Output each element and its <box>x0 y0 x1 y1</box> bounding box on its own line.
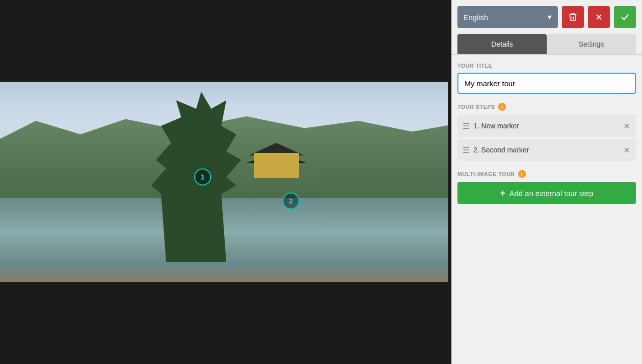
tabs-bar: Details Settings <box>451 34 642 55</box>
chevron-down-icon: ▾ <box>548 13 552 22</box>
step-close-2[interactable]: ✕ <box>622 144 631 156</box>
step-label-2: 2. Second marker <box>473 146 618 154</box>
marker-1[interactable]: 1 <box>194 168 211 186</box>
step-item-2: ☰ 2. Second marker ✕ <box>457 139 636 161</box>
step-label-1: 1. New marker <box>473 122 618 130</box>
panorama-area[interactable]: 1 2 <box>0 82 448 282</box>
plus-icon: + <box>500 188 506 199</box>
add-external-button[interactable]: + Add an external tour step <box>457 182 636 204</box>
tour-steps-info-icon[interactable]: i <box>498 103 506 111</box>
tab-details[interactable]: Details <box>457 34 547 54</box>
confirm-button[interactable] <box>614 6 636 28</box>
cancel-button[interactable] <box>588 6 610 28</box>
tour-title-label: TOUR TITLE <box>457 63 636 69</box>
multi-image-info-icon[interactable]: i <box>518 170 526 178</box>
tour-steps-section: TOUR STEPS i ☰ 1. New marker ✕ ☰ 2. Seco… <box>457 103 636 161</box>
temple <box>246 138 306 178</box>
close-icon <box>594 13 603 22</box>
multi-image-section: MULTI-IMAGE TOUR i + Add an external tou… <box>457 170 636 204</box>
checkmark-icon <box>620 12 630 22</box>
trash-icon <box>568 12 578 22</box>
bottom-black-bar <box>0 282 448 364</box>
step-close-1[interactable]: ✕ <box>622 120 631 132</box>
multi-image-label: MULTI-IMAGE TOUR i <box>457 170 636 178</box>
tour-title-input[interactable] <box>457 73 636 94</box>
right-panel: English ▾ Details Settings <box>451 0 642 364</box>
step-item-1: ☰ 1. New marker ✕ <box>457 115 636 137</box>
image-viewer: 1 2 <box>0 0 451 364</box>
drag-handle-1[interactable]: ☰ <box>462 121 469 131</box>
tour-steps-label: TOUR STEPS i <box>457 103 636 111</box>
language-label: English <box>463 13 488 22</box>
drag-handle-2[interactable]: ☰ <box>462 145 469 155</box>
top-black-bar <box>0 0 451 82</box>
tab-settings[interactable]: Settings <box>547 34 636 54</box>
marker-2[interactable]: 2 <box>282 193 299 210</box>
toolbar: English ▾ <box>451 0 642 34</box>
delete-button[interactable] <box>562 6 584 28</box>
language-dropdown[interactable]: English ▾ <box>457 6 558 28</box>
panel-content: TOUR TITLE TOUR STEPS i ☰ 1. New marker … <box>451 55 642 364</box>
